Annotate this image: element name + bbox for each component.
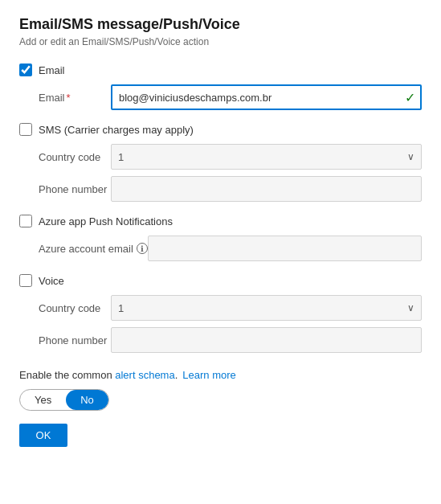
learn-more-link[interactable]: Learn more bbox=[182, 369, 235, 381]
alert-schema-row: Enable the common alert schema. Learn mo… bbox=[19, 369, 422, 381]
email-section: Email Email* ✓ bbox=[19, 64, 422, 110]
sms-country-code-value: 1 bbox=[118, 151, 124, 163]
page-subtitle: Add or edit an Email/SMS/Push/Voice acti… bbox=[19, 36, 422, 47]
voice-phone-label: Phone number bbox=[39, 334, 111, 346]
sms-country-code-chevron-icon: ∨ bbox=[407, 151, 414, 162]
sms-country-code-dropdown[interactable]: 1 ∨ bbox=[111, 144, 422, 170]
voice-checkbox[interactable] bbox=[19, 274, 32, 287]
azure-email-input[interactable] bbox=[148, 236, 422, 261]
sms-section: SMS (Carrier charges may apply) Country … bbox=[19, 123, 422, 202]
email-input-wrapper: ✓ bbox=[111, 84, 422, 110]
voice-country-code-dropdown[interactable]: 1 ∨ bbox=[111, 295, 422, 321]
sms-phone-label: Phone number bbox=[39, 183, 111, 195]
email-input[interactable] bbox=[111, 84, 422, 110]
voice-country-code-value: 1 bbox=[118, 302, 124, 314]
email-checkbox-label[interactable]: Email bbox=[39, 64, 65, 76]
page-title: Email/SMS message/Push/Voice bbox=[19, 16, 422, 33]
push-checkbox[interactable] bbox=[19, 215, 32, 227]
yes-toggle-button[interactable]: Yes bbox=[20, 390, 66, 410]
push-section: Azure app Push Notifications Azure accou… bbox=[19, 215, 422, 261]
alert-schema-text: Enable the common alert schema. bbox=[19, 369, 178, 381]
check-icon: ✓ bbox=[405, 90, 415, 105]
azure-email-label: Azure account email ℹ bbox=[39, 243, 148, 255]
voice-phone-input[interactable] bbox=[111, 327, 422, 353]
sms-checkbox[interactable] bbox=[19, 123, 32, 136]
sms-checkbox-label[interactable]: SMS (Carrier charges may apply) bbox=[39, 124, 194, 136]
ok-button[interactable]: OK bbox=[19, 424, 67, 447]
sms-country-code-label: Country code bbox=[39, 151, 111, 163]
voice-section: Voice Country code 1 ∨ Phone number bbox=[19, 274, 422, 353]
no-toggle-button[interactable]: No bbox=[66, 390, 108, 410]
email-checkbox[interactable] bbox=[19, 64, 32, 76]
voice-country-code-chevron-icon: ∨ bbox=[407, 302, 414, 313]
push-checkbox-label[interactable]: Azure app Push Notifications bbox=[39, 215, 173, 227]
voice-country-code-label: Country code bbox=[39, 302, 111, 314]
sms-phone-input[interactable] bbox=[111, 176, 422, 202]
info-icon[interactable]: ℹ bbox=[137, 243, 148, 254]
email-field-label: Email* bbox=[39, 92, 111, 104]
alert-schema-toggle: Yes No bbox=[19, 389, 109, 411]
voice-checkbox-label[interactable]: Voice bbox=[39, 275, 64, 287]
